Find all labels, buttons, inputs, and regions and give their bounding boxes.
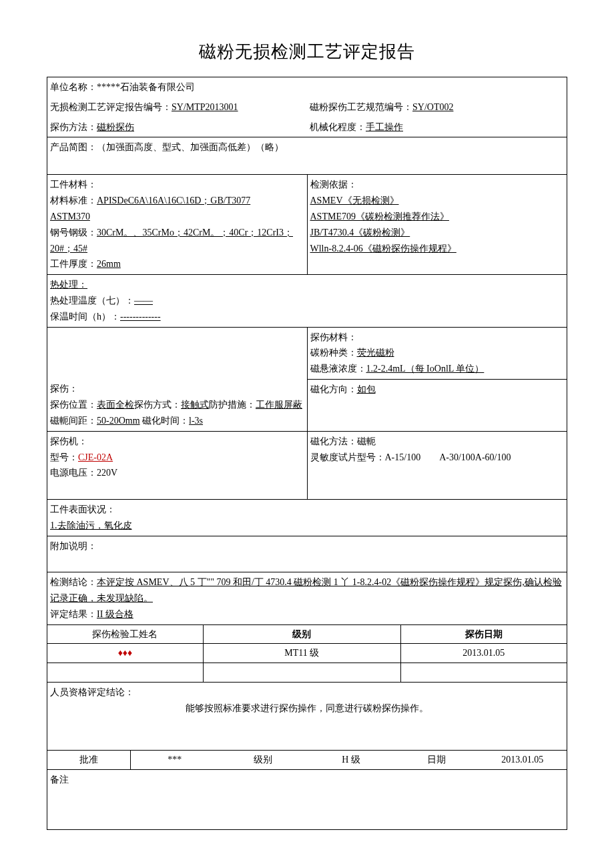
method-value: 磁粉探伤 [97,122,134,132]
spec-no-value: SY/OT002 [412,102,453,112]
report-table: 单位名称：*****石油装备有限公司 无损检测工艺评定报告编号：SY/MTP20… [47,77,567,830]
mat-label: 探伤材料： [310,330,565,346]
ap-h1: 批准 [47,751,130,769]
sketch-cell: 产品简图：（加强面高度、型式、加强面高低差）（略） [47,137,567,175]
conclusion-label: 检测结论： [50,577,97,587]
powder-label: 碳粉种类： [310,348,357,358]
mech-label: 机械化程度： [310,122,366,132]
notes-label: 备注 [50,772,564,788]
model-label: 型号： [50,452,78,462]
result-value: II 级合格 [97,609,133,619]
basis-l1: ASMEV《无损检测》 [310,193,565,209]
prot-value: 工作服屏蔽 [256,400,302,410]
conc-value: 1.2-2.4mL（每 IoOnlL 单位） [366,364,485,374]
yoke-label: 磁軛间距： [50,416,97,426]
sig-h1: 探伤检验工姓名 [47,625,203,644]
heat-temp-value: —— [134,296,153,306]
method-cell: 探伤方法：磁粉探伤 [47,117,308,137]
report-no-value: SY/MTP2013001 [172,102,238,112]
yoke-value: 50-20Omm [97,416,140,426]
sig-level: MT11 级 [203,644,400,663]
machine-left: 探伤机： 型号：CJE-02A 电源电压：220V [47,431,308,499]
spec-no-label: 磁粉探伤工艺规范编号： [310,102,412,112]
inspect-empty [47,327,308,379]
sig-wrap: 探伤检验工姓名 级别 探伤日期 ♦♦♦ MT11 级 2013.01.05 [47,624,567,682]
basis-l3: JB/T4730.4《碳粉检测》 [310,225,565,241]
material-cell: 探伤材料： 碳粉种类：荧光磁粉 磁悬液浓度：1.2-2.4mL（每 IoOnlL… [307,327,567,379]
mech-value: 手工操作 [366,122,403,132]
thickness-value: 26mm [97,259,121,269]
inspect-label: 探伤： [50,381,304,397]
company-value: *****石油装备有限公司 [97,82,195,92]
grade-label: 钢号钢级： [50,228,97,238]
heat-temp-label: 热处理温度（七）： [50,296,134,306]
volt-label: 电源电压：220V [50,465,304,481]
model-value: CJE-02A [78,452,113,462]
report-no-cell: 无损检测工艺评定报告编号：SY/MTP2013001 [47,97,308,117]
std-value: APISDeC6A\16A\16C\16D；GB/T3077 [97,195,250,205]
workpiece-cell: 工件材料： 材料标准：APISDeC6A\16A\16C\16D；GB/T307… [47,175,308,275]
time-label: 磁化时间： [142,416,189,426]
powder-value: 荧光磁粉 [357,348,394,358]
ap-v2: H 级 [307,751,395,769]
machine-right: 磁化方法：磁軛 灵敏度试片型号：A-15/100 A-30/100A-60/10… [307,431,567,499]
surface-cell: 工件表面状况： 1.去除油污，氧化皮 [47,500,567,536]
heat-cell: 热处理： 热处理温度（七）：—— 保温时间（h）：------------- [47,275,567,327]
mode-label: 探伤方式： [134,400,181,410]
machine-label: 探伤机： [50,434,304,450]
dir-value: 如包 [357,384,376,394]
conclusion-cell: 检测结论：本评定按 ASMEV、八 5 丁"" 709 和田/丁 4730.4 … [47,572,567,624]
std-label: 材料标准： [50,195,97,205]
notes-cell: 备注 [47,769,567,829]
ap-v1: *** [130,751,218,769]
sig-name: ♦♦♦ [47,644,203,663]
qual-cell: 人员资格评定结论： 能够按照标准要求进行探伤操作，同意进行碳粉探伤操作。 [47,683,567,751]
conc-label: 磁悬液浓度： [310,364,366,374]
surface-label: 工件表面状况： [50,502,564,518]
sig-h2: 级别 [203,625,400,644]
basis-l4: Wlln-8.2.4-06《磁粉探伤操作规程》 [310,241,565,257]
spec-no-cell: 磁粉探伤工艺规范编号：SY/OT002 [307,97,567,117]
addl-cell: 附加说明： [47,536,567,572]
sens-label: 灵敏度试片型号：A-15/100 A-30/100A-60/100 [310,450,565,466]
mech-cell: 机械化程度：手工操作 [307,117,567,137]
method-label: 探伤方法： [50,122,97,132]
conclusion-text: 本评定按 ASMEV、八 5 丁"" 709 和田/丁 4730.4 磁粉检测 … [50,577,562,603]
prot-label: 防护措施： [209,400,256,410]
sig-empty3 [400,663,567,682]
sig-h3: 探伤日期 [400,625,567,644]
material-label: 工件材料： [50,177,304,193]
sig-empty1 [47,663,203,682]
basis-label: 检测依据： [310,177,565,193]
company-row: 单位名称：*****石油装备有限公司 [47,77,567,97]
approve-wrap: 批准 *** 级别 H 级 日期 2013.01.05 [47,751,567,770]
dir-cell: 磁化方向：如包 [307,379,567,431]
addl-label: 附加说明： [50,538,564,554]
surface-l1: 1.去除油污，氧化皮 [50,518,564,534]
heat-hold-label: 保温时间（h）： [50,312,120,322]
pos-label: 探伤位置： [50,400,97,410]
heat-hold-value: ------------- [120,312,161,322]
thickness-label: 工件厚度： [50,259,97,269]
time-value: l-3s [189,416,203,426]
basis-cell: 检测依据： ASMEV《无损检测》 ASTME709《碳粉检测推荐作法》 JB/… [307,175,567,275]
std-value2: ASTM370 [50,209,304,225]
qual-text: 能够按照标准要求进行探伤操作，同意进行碳粉探伤操作。 [50,701,564,717]
page-title: 磁粉无损检测工艺评定报告 [47,40,567,63]
sig-empty2 [203,663,400,682]
sig-date: 2013.01.05 [400,644,567,663]
ap-h2: 级别 [219,751,307,769]
mag-method: 磁化方法：磁軛 [310,434,565,450]
result-label: 评定结果： [50,609,97,619]
mode-value: 接触式 [181,400,209,410]
dir-label: 磁化方向： [310,384,357,394]
heat-label: 热处理： [50,277,564,293]
report-no-label: 无损检测工艺评定报告编号： [50,102,172,112]
ap-h3: 日期 [395,751,478,769]
basis-l2: ASTME709《碳粉检测推荐作法》 [310,209,565,225]
inspect-cell: 探伤： 探伤位置：表面全检探伤方式：接触式防护措施：工作服屏蔽磁軛间距：50-2… [47,379,308,431]
qual-label: 人员资格评定结论： [50,685,564,701]
ap-v3: 2013.01.05 [479,751,567,769]
company-label: 单位名称： [50,82,97,92]
pos-value: 表面全检 [97,400,134,410]
